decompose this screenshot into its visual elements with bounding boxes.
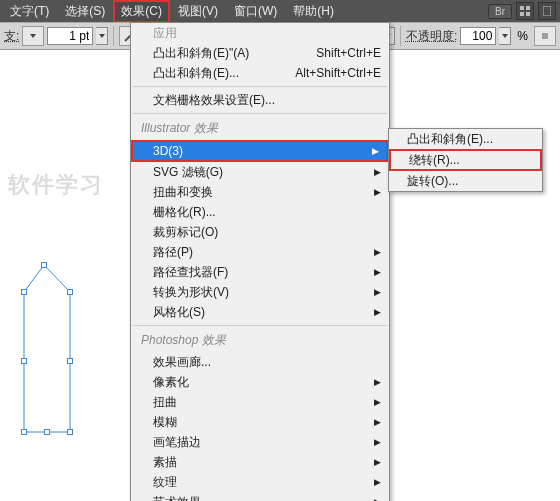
svg-rect-3 bbox=[526, 12, 530, 16]
menu-extrude-a[interactable]: 凸出和斜角(E)"(A)Shift+Ctrl+E bbox=[131, 43, 389, 63]
opacity-dropdown[interactable] bbox=[499, 27, 511, 45]
menu-item-label: SVG 滤镜(G) bbox=[153, 164, 223, 181]
submenu-arrow-icon: ▶ bbox=[374, 457, 381, 467]
menu-item-label: 栅格化(R)... bbox=[153, 204, 216, 221]
menu-item-label: 裁剪标记(O) bbox=[153, 224, 218, 241]
ai-item-2[interactable]: 扭曲和变换▶ bbox=[131, 182, 389, 202]
menu-item-label: 3D(3) bbox=[153, 144, 183, 158]
menu-item-label: 素描 bbox=[153, 454, 177, 471]
ai-item-5[interactable]: 路径(P)▶ bbox=[131, 242, 389, 262]
divider bbox=[400, 26, 401, 46]
menu-item-label: 路径(P) bbox=[153, 244, 193, 261]
svg-rect-4 bbox=[543, 6, 551, 16]
ai-item-8[interactable]: 风格化(S)▶ bbox=[131, 302, 389, 322]
bridge-badge[interactable]: Br bbox=[488, 4, 512, 19]
handle[interactable] bbox=[67, 358, 73, 364]
ai-item-3[interactable]: 栅格化(R)... bbox=[131, 202, 389, 222]
ps-item-3[interactable]: 模糊▶ bbox=[131, 412, 389, 432]
opacity-more-icon[interactable] bbox=[534, 26, 556, 46]
menu-item-label: 模糊 bbox=[153, 414, 177, 431]
submenu-item-label: 绕转(R)... bbox=[409, 152, 460, 169]
ai-item-0[interactable]: 3D(3)▶ bbox=[131, 140, 389, 162]
stroke-dropdown[interactable] bbox=[96, 27, 108, 45]
submenu-item-label: 凸出和斜角(E)... bbox=[407, 131, 493, 148]
watermark: 软件学习 bbox=[8, 170, 104, 200]
separator bbox=[133, 86, 387, 87]
toolbar-label-left: 支: bbox=[4, 28, 19, 45]
ps-item-5[interactable]: 素描▶ bbox=[131, 452, 389, 472]
ai-item-7[interactable]: 转换为形状(V)▶ bbox=[131, 282, 389, 302]
stroke-input[interactable] bbox=[47, 27, 93, 45]
divider bbox=[113, 26, 114, 46]
handle[interactable] bbox=[67, 289, 73, 295]
svg-rect-1 bbox=[526, 6, 530, 10]
chevron-down-icon bbox=[99, 34, 105, 38]
submenu-arrow-icon: ▶ bbox=[374, 187, 381, 197]
handle[interactable] bbox=[41, 262, 47, 268]
stroke-stepper-icon[interactable] bbox=[22, 26, 44, 46]
menu-item-label: 路径查找器(F) bbox=[153, 264, 228, 281]
menu-item-label: 画笔描边 bbox=[153, 434, 201, 451]
opacity-label: 不透明度: bbox=[406, 28, 457, 45]
separator bbox=[133, 325, 387, 326]
menu-help[interactable]: 帮助(H) bbox=[285, 0, 342, 23]
submenu-item-0[interactable]: 凸出和斜角(E)... bbox=[389, 129, 542, 149]
menu-view[interactable]: 视图(V) bbox=[170, 0, 226, 23]
menu-header-photoshop: Photoshop 效果 bbox=[131, 329, 389, 352]
submenu-item-2[interactable]: 旋转(O)... bbox=[389, 171, 542, 191]
submenu-item-1[interactable]: 绕转(R)... bbox=[389, 149, 542, 171]
canvas[interactable]: 软件学习 bbox=[0, 50, 130, 501]
menu-item-label: 扭曲和变换 bbox=[153, 184, 213, 201]
submenu-arrow-icon: ▶ bbox=[374, 417, 381, 427]
submenu-arrow-icon: ▶ bbox=[374, 167, 381, 177]
svg-rect-0 bbox=[520, 6, 524, 10]
menu-window[interactable]: 窗口(W) bbox=[226, 0, 285, 23]
submenu-arrow-icon: ▶ bbox=[374, 267, 381, 277]
menu-header-illustrator: Illustrator 效果 bbox=[131, 117, 389, 140]
selected-shape[interactable] bbox=[20, 262, 76, 438]
menubar: 文字(T) 选择(S) 效果(C) 视图(V) 窗口(W) 帮助(H) Br bbox=[0, 0, 560, 22]
submenu-arrow-icon: ▶ bbox=[374, 377, 381, 387]
submenu-arrow-icon: ▶ bbox=[374, 497, 381, 501]
opacity-input[interactable] bbox=[460, 27, 496, 45]
ps-item-1[interactable]: 像素化▶ bbox=[131, 372, 389, 392]
menu-text[interactable]: 文字(T) bbox=[2, 0, 57, 23]
submenu-arrow-icon: ▶ bbox=[374, 397, 381, 407]
ps-item-4[interactable]: 画笔描边▶ bbox=[131, 432, 389, 452]
grid-icon[interactable] bbox=[516, 2, 534, 20]
submenu-arrow-icon: ▶ bbox=[372, 146, 379, 156]
ps-item-0[interactable]: 效果画廊... bbox=[131, 352, 389, 372]
effect-menu: 应用 凸出和斜角(E)"(A)Shift+Ctrl+E 凸出和斜角(E)...A… bbox=[130, 22, 390, 501]
menu-extrude-e[interactable]: 凸出和斜角(E)...Alt+Shift+Ctrl+E bbox=[131, 63, 389, 83]
ai-item-4[interactable]: 裁剪标记(O) bbox=[131, 222, 389, 242]
3d-submenu: 凸出和斜角(E)...绕转(R)...旋转(O)... bbox=[388, 128, 543, 192]
handle[interactable] bbox=[67, 429, 73, 435]
chevron-down-icon bbox=[502, 34, 508, 38]
menu-item-label: 效果画廊... bbox=[153, 354, 211, 371]
menu-select[interactable]: 选择(S) bbox=[57, 0, 113, 23]
menu-item-label: 像素化 bbox=[153, 374, 189, 391]
ai-item-6[interactable]: 路径查找器(F)▶ bbox=[131, 262, 389, 282]
chevron-down-icon bbox=[30, 34, 36, 38]
handle[interactable] bbox=[21, 358, 27, 364]
menu-item-label: 转换为形状(V) bbox=[153, 284, 229, 301]
ai-item-1[interactable]: SVG 滤镜(G)▶ bbox=[131, 162, 389, 182]
menu-doc-raster[interactable]: 文档栅格效果设置(E)... bbox=[131, 90, 389, 110]
submenu-arrow-icon: ▶ bbox=[374, 477, 381, 487]
menu-item-label: 纹理 bbox=[153, 474, 177, 491]
opacity-unit: % bbox=[517, 29, 528, 43]
handle[interactable] bbox=[21, 289, 27, 295]
menu-item-label: 艺术效果 bbox=[153, 494, 201, 502]
submenu-item-label: 旋转(O)... bbox=[407, 173, 458, 190]
submenu-arrow-icon: ▶ bbox=[374, 287, 381, 297]
ps-item-2[interactable]: 扭曲▶ bbox=[131, 392, 389, 412]
handle[interactable] bbox=[21, 429, 27, 435]
menu-effect[interactable]: 效果(C) bbox=[113, 0, 170, 23]
menubar-right: Br bbox=[488, 2, 560, 20]
ps-item-7[interactable]: 艺术效果▶ bbox=[131, 492, 389, 501]
handle[interactable] bbox=[44, 429, 50, 435]
doc-icon[interactable] bbox=[538, 2, 556, 20]
ps-item-6[interactable]: 纹理▶ bbox=[131, 472, 389, 492]
separator bbox=[133, 113, 387, 114]
submenu-arrow-icon: ▶ bbox=[374, 437, 381, 447]
